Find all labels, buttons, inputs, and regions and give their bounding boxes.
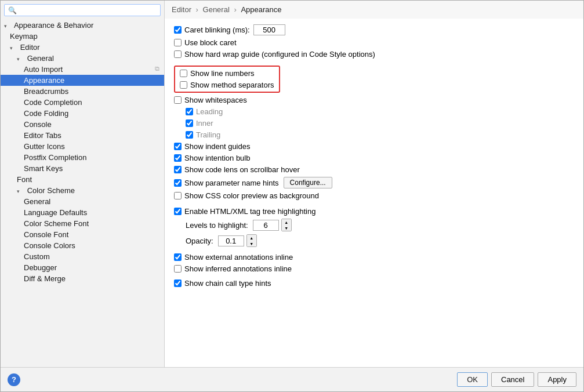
sidebar-item-label: Diff & Merge — [24, 274, 66, 283]
settings-dialog: 🔍 ▾ Appearance & Behavior Keymap ▾ Edito… — [0, 0, 584, 392]
show-method-separators-row: Show method separators — [180, 81, 274, 89]
sidebar-item-custom[interactable]: Custom — [1, 251, 164, 262]
opacity-label: Opacity: — [186, 237, 213, 245]
caret-blinking-checkbox[interactable] — [174, 26, 182, 34]
show-chain-call-label: Show chain call type hints — [174, 279, 271, 288]
show-parameter-hints-row: Show parameter name hints Configure... — [174, 177, 574, 188]
show-css-color-checkbox[interactable] — [174, 192, 182, 199]
sidebar-item-postfix-completion[interactable]: Postfix Completion — [1, 152, 164, 163]
sidebar-item-label: Code Folding — [24, 109, 68, 118]
sidebar-item-label: Console Colors — [24, 241, 75, 250]
show-parameter-hints-text: Show parameter name hints — [184, 179, 279, 187]
opacity-up-btn[interactable]: ▲ — [247, 235, 256, 241]
sidebar-item-console-font[interactable]: Console Font — [1, 229, 164, 240]
caret-blinking-text: Caret blinking (ms): — [184, 26, 250, 34]
sidebar-item-language-defaults[interactable]: Language Defaults — [1, 207, 164, 218]
sidebar-item-label: Font — [17, 175, 32, 184]
show-intention-bulb-text: Show intention bulb — [184, 154, 250, 162]
show-whitespaces-checkbox[interactable] — [174, 96, 182, 104]
cancel-button[interactable]: Cancel — [491, 372, 534, 387]
sidebar-item-smart-keys[interactable]: Smart Keys — [1, 163, 164, 174]
action-buttons: OK Cancel Apply — [457, 372, 576, 387]
show-parameter-hints-checkbox[interactable] — [174, 179, 182, 187]
sidebar-item-label: Console — [24, 120, 52, 129]
sidebar-item-console[interactable]: Console — [1, 119, 164, 130]
sidebar-item-label: Appearance — [24, 76, 64, 85]
show-indent-guides-text: Show indent guides — [184, 142, 250, 151]
use-block-caret-row: Use block caret — [174, 38, 574, 47]
ok-button[interactable]: OK — [457, 372, 488, 387]
show-whitespaces-row: Show whitespaces — [174, 96, 574, 104]
show-hard-wrap-checkbox[interactable] — [174, 50, 182, 58]
show-line-numbers-label: Show line numbers — [180, 69, 255, 78]
show-method-separators-checkbox[interactable] — [180, 81, 187, 89]
sidebar-item-label: Code Completion — [24, 98, 82, 107]
expand-icon: ▾ — [17, 188, 24, 194]
show-intention-bulb-label: Show intention bulb — [174, 154, 250, 162]
sidebar-item-label: General — [27, 54, 54, 63]
inner-checkbox[interactable] — [186, 119, 193, 127]
leading-checkbox[interactable] — [186, 108, 193, 115]
use-block-caret-label: Use block caret — [174, 38, 237, 47]
sidebar-item-auto-import[interactable]: Auto Import ⧉ — [1, 64, 164, 75]
show-chain-call-checkbox[interactable] — [174, 280, 182, 287]
show-intention-bulb-checkbox[interactable] — [174, 154, 182, 162]
levels-down-btn[interactable]: ▼ — [282, 225, 291, 231]
show-indent-guides-row: Show indent guides — [174, 142, 574, 151]
sidebar-item-code-completion[interactable]: Code Completion — [1, 97, 164, 108]
sidebar-item-label: Editor — [20, 43, 40, 52]
expand-icon: ▾ — [4, 23, 11, 29]
breadcrumb-part-2: General — [203, 5, 230, 14]
search-box[interactable]: 🔍 — [4, 4, 161, 16]
content-panel: Editor › General › Appearance Caret blin… — [165, 1, 583, 367]
show-whitespaces-label: Show whitespaces — [174, 96, 247, 104]
levels-up-btn[interactable]: ▲ — [282, 219, 291, 225]
opacity-spin-group: ▲ ▼ — [218, 234, 257, 247]
show-code-lens-checkbox[interactable] — [174, 166, 182, 173]
show-css-color-text: Show CSS color preview as background — [184, 191, 319, 200]
help-button[interactable]: ? — [8, 373, 20, 386]
enable-html-xml-checkbox[interactable] — [174, 208, 182, 215]
opacity-input[interactable] — [218, 235, 244, 246]
show-indent-guides-checkbox[interactable] — [174, 143, 182, 150]
show-external-annotations-checkbox[interactable] — [174, 253, 182, 261]
trailing-text: Trailing — [196, 130, 220, 139]
sidebar-item-appearance[interactable]: Appearance — [1, 75, 164, 86]
apply-button[interactable]: Apply — [538, 372, 576, 387]
sidebar-item-breadcrumbs[interactable]: Breadcrumbs — [1, 86, 164, 97]
sidebar-item-general[interactable]: ▾ General — [1, 53, 164, 64]
sidebar-item-diff-merge[interactable]: Diff & Merge — [1, 273, 164, 284]
show-inferred-annotations-label: Show inferred annotations inline — [174, 264, 292, 273]
use-block-caret-checkbox[interactable] — [174, 39, 182, 46]
sidebar-item-color-scheme-general[interactable]: General — [1, 196, 164, 207]
show-chain-call-row: Show chain call type hints — [174, 279, 574, 288]
expand-icon: ▾ — [10, 45, 17, 51]
sidebar-item-color-scheme-font[interactable]: Color Scheme Font — [1, 218, 164, 229]
sidebar-item-label: Keymap — [10, 32, 38, 41]
enable-html-xml-label: Enable HTML/XML tag tree highlighting — [174, 207, 315, 216]
show-inferred-annotations-row: Show inferred annotations inline — [174, 264, 574, 273]
sidebar-item-editor[interactable]: ▾ Editor — [1, 42, 164, 53]
sidebar-item-gutter-icons[interactable]: Gutter Icons — [1, 141, 164, 152]
sidebar-item-appearance-behavior[interactable]: ▾ Appearance & Behavior — [1, 20, 164, 31]
search-input[interactable] — [19, 6, 157, 14]
trailing-checkbox[interactable] — [186, 131, 193, 139]
sidebar-item-editor-tabs[interactable]: Editor Tabs — [1, 130, 164, 141]
show-method-separators-text: Show method separators — [190, 81, 274, 89]
sidebar: 🔍 ▾ Appearance & Behavior Keymap ▾ Edito… — [1, 1, 165, 367]
configure-button[interactable]: Configure... — [284, 177, 332, 188]
show-hard-wrap-text: Show hard wrap guide (configured in Code… — [184, 50, 375, 59]
sidebar-item-console-colors[interactable]: Console Colors — [1, 240, 164, 251]
caret-blinking-label: Caret blinking (ms): — [174, 26, 250, 34]
sidebar-item-debugger[interactable]: Debugger — [1, 262, 164, 273]
opacity-down-btn[interactable]: ▼ — [247, 241, 256, 246]
sidebar-item-keymap[interactable]: Keymap — [1, 31, 164, 42]
show-line-numbers-checkbox[interactable] — [180, 70, 187, 77]
caret-blinking-input[interactable] — [253, 24, 285, 35]
sidebar-item-font[interactable]: Font — [1, 174, 164, 185]
sidebar-item-color-scheme[interactable]: ▾ Color Scheme — [1, 185, 164, 196]
levels-input[interactable] — [253, 220, 279, 231]
sidebar-item-code-folding[interactable]: Code Folding — [1, 108, 164, 119]
settings-panel: Caret blinking (ms): Use block caret Sh — [165, 19, 583, 367]
show-inferred-annotations-checkbox[interactable] — [174, 265, 182, 273]
